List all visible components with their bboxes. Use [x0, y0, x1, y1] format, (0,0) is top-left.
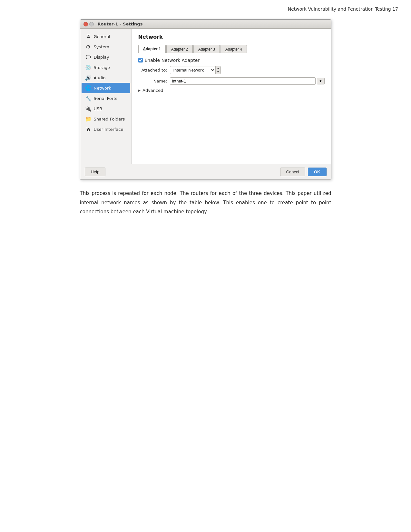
spin-down-btn[interactable]: ▼: [216, 70, 221, 74]
sidebar-item-system[interactable]: ⚙ System: [82, 42, 130, 52]
tab-adapter4[interactable]: Adapter 4: [220, 45, 247, 53]
sidebar-item-network[interactable]: 🌐 Network: [82, 83, 130, 93]
name-input-wrapper: ▼: [170, 77, 325, 85]
system-icon: ⚙: [85, 44, 91, 50]
sidebar-label-general: General: [94, 34, 110, 39]
attached-to-select[interactable]: NAT Bridged Adapter Internal Network Hos…: [170, 66, 215, 74]
page-header: Network Vulnerability and Penetration Te…: [13, 6, 398, 12]
advanced-label: Advanced: [142, 88, 163, 93]
sidebar-label-audio: Audio: [94, 75, 106, 80]
tab-adapter1-label: Adapter 1: [143, 47, 161, 51]
sidebar-item-audio[interactable]: 🔊 Audio: [82, 73, 130, 83]
dialog-title: Router-1 - Settings: [98, 22, 328, 26]
sidebar-label-system: System: [94, 44, 109, 49]
ok-label: OK: [314, 169, 320, 174]
enable-adapter-label: Enable Network Adapter: [145, 58, 200, 63]
adapter-tabs: Adapter 1 Adapter 2 Adapter 3 Adapter 4: [138, 44, 325, 53]
title-bar: Router-1 - Settings: [80, 20, 331, 29]
section-title: Network: [138, 34, 325, 40]
name-label: Name:: [138, 79, 167, 83]
dialog-footer: Help Cancel OK: [80, 164, 331, 179]
spin-up-btn[interactable]: ▲: [216, 66, 221, 70]
storage-icon: 💿: [85, 64, 91, 70]
sidebar-item-display[interactable]: 🖵 Display: [82, 52, 130, 62]
footer-left: Help: [85, 168, 106, 176]
advanced-toggle[interactable]: ▶ Advanced: [138, 88, 325, 93]
sidebar-item-general[interactable]: 🖥 General: [82, 31, 130, 42]
tab-adapter3-label: Adapter 3: [198, 47, 215, 52]
tab-adapter2-label: Adapter 2: [171, 47, 188, 52]
sidebar-label-network: Network: [94, 86, 111, 91]
ok-button[interactable]: OK: [308, 168, 327, 176]
sidebar-label-shared-folders: Shared Folders: [94, 117, 125, 121]
minimize-button[interactable]: [89, 22, 94, 26]
shared-folders-icon: 📁: [85, 116, 91, 122]
sidebar-label-storage: Storage: [94, 65, 110, 70]
network-icon: 🌐: [85, 85, 91, 91]
sidebar-label-user-interface: User Interface: [94, 127, 123, 132]
name-row: Name: ▼: [138, 77, 325, 85]
attached-to-select-wrapper: NAT Bridged Adapter Internal Network Hos…: [170, 66, 221, 74]
sidebar-item-serial-ports[interactable]: 🔧 Serial Ports: [82, 93, 130, 103]
sidebar-label-usb: USB: [94, 106, 103, 111]
tab-adapter4-label: Adapter 4: [225, 47, 242, 52]
sidebar-label-display: Display: [94, 55, 109, 60]
name-dropdown-button[interactable]: ▼: [317, 78, 325, 84]
titlebar-buttons: [83, 22, 94, 26]
sidebar-item-storage[interactable]: 💿 Storage: [82, 62, 130, 73]
body-paragraph-1: This process is repeated for each node. …: [80, 189, 331, 217]
close-button[interactable]: [83, 22, 88, 26]
display-icon: 🖵: [85, 54, 91, 60]
tab-adapter2[interactable]: Adapter 2: [166, 45, 193, 53]
sidebar-item-user-interface[interactable]: 🖱 User Interface: [82, 124, 130, 134]
body-text: This process is repeated for each node. …: [80, 189, 331, 217]
sidebar: 🖥 General ⚙ System 🖵 Display 💿 Storage 🔊…: [80, 29, 132, 164]
sidebar-item-shared-folders[interactable]: 📁 Shared Folders: [82, 114, 130, 124]
advanced-arrow-icon: ▶: [138, 89, 141, 92]
attached-to-row: Attached to: NAT Bridged Adapter Interna…: [138, 66, 325, 74]
sidebar-item-usb[interactable]: 🔌 USB: [82, 103, 130, 114]
attached-to-label: Attached to:: [138, 68, 167, 73]
help-button[interactable]: Help: [85, 168, 106, 176]
footer-right: Cancel OK: [280, 168, 327, 176]
main-content: Network Adapter 1 Adapter 2 Adapter 3 Ad…: [132, 29, 331, 164]
cancel-button[interactable]: Cancel: [280, 168, 305, 176]
dialog-window: Router-1 - Settings 🖥 General ⚙ System 🖵…: [80, 19, 331, 180]
name-input[interactable]: [170, 77, 316, 85]
sidebar-label-serial-ports: Serial Ports: [94, 96, 117, 101]
dialog-body: 🖥 General ⚙ System 🖵 Display 💿 Storage 🔊…: [80, 29, 331, 164]
audio-icon: 🔊: [85, 75, 91, 81]
user-interface-icon: 🖱: [85, 126, 91, 132]
tab-adapter3[interactable]: Adapter 3: [193, 45, 220, 53]
enable-adapter-row: Enable Network Adapter: [138, 58, 325, 63]
tab-adapter1[interactable]: Adapter 1: [138, 45, 166, 53]
attached-to-spinner: ▲ ▼: [215, 66, 221, 74]
serial-ports-icon: 🔧: [85, 95, 91, 101]
usb-icon: 🔌: [85, 106, 91, 111]
general-icon: 🖥: [85, 34, 91, 39]
enable-adapter-checkbox[interactable]: [138, 58, 143, 63]
